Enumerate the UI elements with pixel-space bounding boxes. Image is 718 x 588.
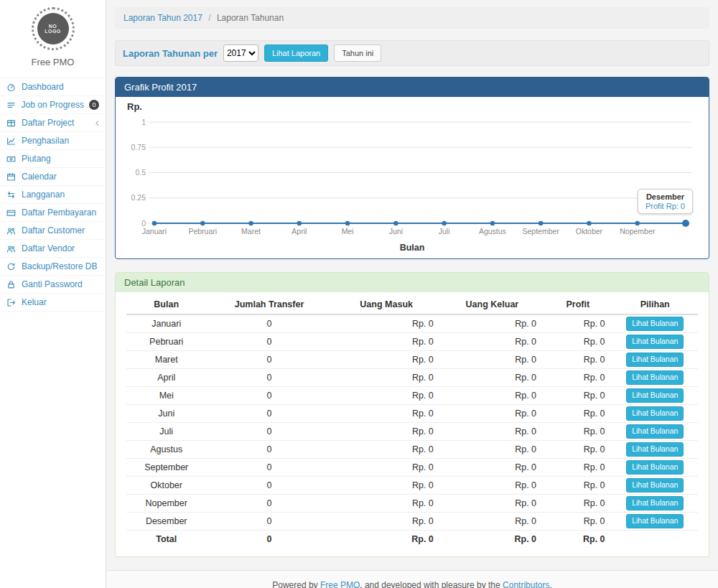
free-pmo-link[interactable]: Free PMO xyxy=(320,580,360,588)
report-table-body: Januari0Rp. 0Rp. 0Rp. 0Lihat BulananPebr… xyxy=(126,314,698,548)
sidebar-item-label: Dashboard xyxy=(22,82,64,92)
sidebar-item-dashboard[interactable]: Dashboard xyxy=(0,78,106,96)
lihat-bulanan-button[interactable]: Lihat Bulanan xyxy=(626,370,684,385)
svg-text:1: 1 xyxy=(141,118,146,126)
breadcrumb-link[interactable]: Laporan Tahun 2017 xyxy=(123,13,202,23)
column-header-bulan: Bulan xyxy=(126,295,206,314)
cell-profit: Rp. 0 xyxy=(544,333,612,351)
footer-text: , and developed with pleasure by the xyxy=(360,580,503,588)
sidebar-item-label: Calendar xyxy=(22,172,57,182)
sidebar-item-label: Backup/Restore DB xyxy=(22,261,97,271)
sidebar-item-langganan[interactable]: Langganan xyxy=(0,186,106,204)
lihat-bulanan-button[interactable]: Lihat Bulanan xyxy=(626,496,684,510)
svg-text:April: April xyxy=(292,227,307,235)
sidebar-item-ganti-password[interactable]: Ganti Password xyxy=(0,276,106,294)
table-header-row: BulanJumlah TransferUang MasukUang Kelua… xyxy=(126,295,698,314)
lihat-laporan-button[interactable]: Lihat Laporan xyxy=(264,45,328,62)
cell-uang-masuk: Rp. 0 xyxy=(332,459,441,477)
lihat-bulanan-button[interactable]: Lihat Bulanan xyxy=(626,514,684,528)
lihat-bulanan-button[interactable]: Lihat Bulanan xyxy=(626,388,684,403)
cell-pilihan: Lihat Bulanan xyxy=(612,405,698,423)
cell-pilihan: Lihat Bulanan xyxy=(612,459,698,477)
cell-bulan: Pebruari xyxy=(126,333,206,351)
cell-uang-keluar: Rp. 0 xyxy=(441,513,544,531)
svg-text:Juli: Juli xyxy=(439,227,450,235)
lihat-bulanan-button[interactable]: Lihat Bulanan xyxy=(626,478,684,493)
lihat-bulanan-button[interactable]: Lihat Bulanan xyxy=(626,424,684,439)
cell-uang-keluar: Rp. 0 xyxy=(441,531,544,549)
chart-area: Rp. 00.250.50.751JanuariPebruariMaretApr… xyxy=(116,97,709,258)
column-header-uang-keluar: Uang Keluar xyxy=(441,295,544,314)
tahun-ini-button[interactable]: Tahun ini xyxy=(334,45,381,62)
sidebar-item-piutang[interactable]: Piutang xyxy=(0,150,106,168)
exchange-icon xyxy=(6,190,17,200)
sidebar-item-label: Langganan xyxy=(22,190,65,200)
sidebar-item-backup-restore-db[interactable]: Backup/Restore DB xyxy=(0,258,106,276)
cell-pilihan: Lihat Bulanan xyxy=(612,333,698,351)
cell-profit: Rp. 0 xyxy=(544,405,612,423)
logo-area: NO LOGO Free PMO xyxy=(0,0,106,72)
cell-uang-keluar: Rp. 0 xyxy=(441,387,544,405)
cell-pilihan xyxy=(612,531,698,549)
lihat-bulanan-button[interactable]: Lihat Bulanan xyxy=(626,317,684,331)
column-header-uang-masuk: Uang Masuk xyxy=(332,295,441,314)
svg-text:Januari: Januari xyxy=(142,227,167,235)
cell-pilihan: Lihat Bulanan xyxy=(612,351,698,369)
footer-text: . xyxy=(549,580,551,588)
dashboard-icon xyxy=(6,83,17,92)
sidebar-item-penghasilan[interactable]: Penghasilan xyxy=(0,132,106,150)
footer: Powered by Free PMO, and developed with … xyxy=(106,570,718,588)
svg-text:Pebruari: Pebruari xyxy=(188,227,217,235)
refresh-icon xyxy=(6,262,17,271)
sidebar-item-daftar-pembayaran[interactable]: Daftar Pembayaran xyxy=(0,204,106,222)
cell-uang-masuk: Rp. 0 xyxy=(332,423,441,441)
cell-profit: Rp. 0 xyxy=(544,477,612,495)
lihat-bulanan-button[interactable]: Lihat Bulanan xyxy=(626,406,684,421)
cell-uang-keluar: Rp. 0 xyxy=(441,477,544,495)
cell-bulan: Oktober xyxy=(126,477,206,495)
sidebar-item-daftar-customer[interactable]: Daftar Customer xyxy=(0,222,106,240)
column-header-pilihan: Pilihan xyxy=(612,295,698,314)
sidebar-item-label: Daftar Vendor xyxy=(22,243,75,253)
table-row: Mei0Rp. 0Rp. 0Rp. 0Lihat Bulanan xyxy=(126,387,698,405)
table-row: Januari0Rp. 0Rp. 0Rp. 0Lihat Bulanan xyxy=(126,314,698,333)
cell-pilihan: Lihat Bulanan xyxy=(612,495,698,513)
cell-bulan: Agustus xyxy=(126,441,206,459)
cell-jumlah-transfer: 0 xyxy=(206,314,332,333)
cell-pilihan: Lihat Bulanan xyxy=(612,314,698,333)
cell-profit: Rp. 0 xyxy=(544,495,612,513)
cell-pilihan: Lihat Bulanan xyxy=(612,423,698,441)
svg-text:Agustus: Agustus xyxy=(479,227,506,235)
sidebar-item-calendar[interactable]: Calendar xyxy=(0,168,106,186)
lihat-bulanan-button[interactable]: Lihat Bulanan xyxy=(626,442,684,457)
sidebar-item-daftar-vendor[interactable]: Daftar Vendor xyxy=(0,240,106,258)
lihat-bulanan-button[interactable]: Lihat Bulanan xyxy=(626,335,684,349)
lihat-bulanan-button[interactable]: Lihat Bulanan xyxy=(626,353,684,367)
sidebar-menu: DashboardJob on Progress0Daftar Project‹… xyxy=(0,78,106,312)
column-header-jumlah-transfer: Jumlah Transfer xyxy=(206,295,332,314)
sidebar-item-label: Job on Progress xyxy=(22,100,84,110)
svg-text:Juni: Juni xyxy=(389,227,403,235)
sidebar-item-keluar[interactable]: Keluar xyxy=(0,294,106,312)
cell-pilihan: Lihat Bulanan xyxy=(612,441,698,459)
sidebar-item-job-on-progress[interactable]: Job on Progress0 xyxy=(0,96,106,114)
year-select[interactable]: 2017 xyxy=(223,45,258,62)
detail-panel: Detail Laporan BulanJumlah TransferUang … xyxy=(115,272,709,557)
filter-bar: Laporan Tahunan per 2017 Lihat Laporan T… xyxy=(115,40,709,66)
main-content: Laporan Tahun 2017 / Laporan Tahunan Lap… xyxy=(106,0,718,588)
cell-uang-masuk: Rp. 0 xyxy=(332,513,441,531)
cell-jumlah-transfer: 0 xyxy=(206,405,332,423)
cell-profit: Rp. 0 xyxy=(544,459,612,477)
contributors-link[interactable]: Contributors xyxy=(503,580,549,588)
svg-text:Maret: Maret xyxy=(241,227,261,235)
brand-name: Free PMO xyxy=(0,57,106,67)
sidebar-item-daftar-project[interactable]: Daftar Project‹ xyxy=(0,114,106,132)
table-row: Desember0Rp. 0Rp. 0Rp. 0Lihat Bulanan xyxy=(126,513,698,531)
lihat-bulanan-button[interactable]: Lihat Bulanan xyxy=(626,460,684,475)
table-row: Maret0Rp. 0Rp. 0Rp. 0Lihat Bulanan xyxy=(126,351,698,369)
cell-uang-keluar: Rp. 0 xyxy=(441,495,544,513)
cell-uang-keluar: Rp. 0 xyxy=(441,333,544,351)
cell-jumlah-transfer: 0 xyxy=(206,531,332,549)
sidebar-item-label: Keluar xyxy=(22,297,47,307)
cell-uang-masuk: Rp. 0 xyxy=(332,477,441,495)
